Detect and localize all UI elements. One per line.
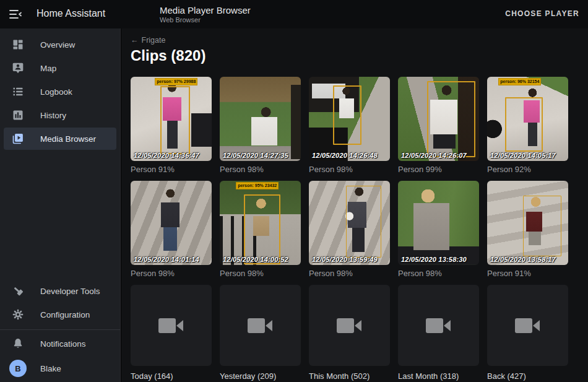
clip-item[interactable]: 12/05/2020 14:27:35 Person 98%: [220, 77, 301, 174]
detection-box: [523, 196, 561, 256]
clip-thumbnail[interactable]: 12/05/2020 13:58:30: [398, 181, 479, 265]
clip-thumbnail[interactable]: 12/05/2020 14:27:35: [220, 77, 301, 161]
sidebar-item-label: Notifications: [40, 339, 86, 349]
back-label: Frigate: [142, 36, 166, 45]
map-account-icon: [11, 61, 25, 75]
top-app-bar: Home Assistant Media Player Browser Web …: [0, 0, 588, 28]
folder-tile[interactable]: [487, 285, 568, 366]
sidebar-item-label: Media Browser: [40, 134, 96, 144]
clip-timestamp: 12/05/2020 14:05:17: [490, 152, 556, 159]
clip-item[interactable]: 12/05/2020 14:26:48 Person 98%: [309, 77, 390, 174]
clip-timestamp: 12/05/2020 13:58:17: [490, 256, 556, 263]
folder-tile[interactable]: [398, 285, 479, 366]
clip-caption: Person 98%: [398, 269, 479, 278]
clip-timestamp: 12/05/2020 14:01:14: [134, 256, 199, 263]
video-camera-icon: [514, 315, 542, 336]
clip-thumbnail[interactable]: 12/05/2020 14:26:48: [309, 77, 390, 161]
detection-box: [427, 81, 475, 158]
clip-timestamp: 12/05/2020 13:58:30: [401, 256, 467, 263]
sidebar-user-profile[interactable]: B Blake: [4, 356, 116, 381]
sidebar-item-overview[interactable]: Overview: [4, 33, 116, 56]
view-dashboard-icon: [11, 38, 25, 51]
detection-box: [346, 186, 381, 258]
video-camera-icon: [425, 315, 453, 336]
folder-label: This Month (502): [309, 371, 390, 381]
clip-item[interactable]: person: 95% 23432 12/05/2020 14:00:52 Pe…: [220, 181, 301, 278]
clip-timestamp: 12/05/2020 13:59:49: [312, 256, 378, 263]
detection-box: [505, 97, 543, 152]
clip-item[interactable]: 12/05/2020 13:59:49 Person 98%: [309, 181, 390, 278]
detection-label: person: 96% 32154: [498, 78, 541, 85]
folder-label: Back (427): [487, 371, 568, 381]
clip-caption: Person 91%: [487, 269, 568, 278]
sidebar-item-logbook[interactable]: Logbook: [4, 80, 116, 103]
play-box-multiple-icon: [11, 132, 25, 145]
sidebar: Overview Map Logbook: [0, 28, 121, 382]
clip-timestamp: 12/05/2020 14:26:07: [401, 152, 467, 159]
clip-thumbnail[interactable]: person: 97% 29988 12/05/2020 14:36:47: [131, 77, 212, 161]
app-name: Home Assistant: [37, 8, 105, 19]
folder-tile[interactable]: [131, 285, 212, 366]
page-title: Clips (820): [131, 47, 205, 64]
clip-caption: Person 98%: [220, 165, 301, 174]
clip-timestamp: 12/05/2020 14:27:35: [223, 152, 288, 159]
clip-thumbnail[interactable]: person: 95% 23432 12/05/2020 14:00:52: [220, 181, 301, 265]
clip-thumbnail[interactable]: 12/05/2020 13:59:49: [309, 181, 390, 265]
video-camera-icon: [246, 315, 275, 336]
clip-item[interactable]: 12/05/2020 14:01:14 Person 98%: [131, 181, 212, 278]
folder-label: Today (164): [131, 371, 212, 381]
folder-tile[interactable]: [309, 285, 390, 366]
detection-label: person: 95% 23432: [236, 182, 279, 189]
clip-item[interactable]: person: 97% 29988 12/05/2020 14:36:47 Pe…: [131, 77, 212, 174]
folder-tile[interactable]: [220, 285, 301, 366]
sidebar-item-label: Configuration: [40, 310, 90, 319]
clip-thumbnail[interactable]: person: 96% 32154 12/05/2020 14:05:17: [487, 77, 568, 161]
folder-item-this-month[interactable]: This Month (502): [309, 285, 390, 381]
media-player-subtitle: Web Browser: [160, 16, 251, 24]
sidebar-item-label: Map: [40, 64, 56, 73]
sidebar-item-label: History: [40, 111, 66, 120]
choose-player-button[interactable]: CHOOSE PLAYER: [505, 9, 579, 18]
clip-timestamp: 12/05/2020 14:36:47: [134, 152, 199, 159]
sidebar-item-notifications[interactable]: Notifications: [4, 332, 116, 355]
back-breadcrumb[interactable]: ←Frigate: [131, 36, 165, 45]
menu-open-icon[interactable]: [9, 8, 22, 20]
clip-thumbnail[interactable]: 12/05/2020 14:26:07: [398, 77, 479, 161]
clip-item[interactable]: 12/05/2020 13:58:17 Person 91%: [487, 181, 568, 278]
sidebar-item-map[interactable]: Map: [4, 57, 116, 79]
clip-timestamp: 12/05/2020 14:26:48: [312, 152, 378, 159]
clip-caption: Person 91%: [131, 165, 212, 174]
clip-caption: Person 98%: [220, 269, 301, 278]
clip-caption: Person 98%: [309, 165, 390, 174]
clip-thumbnail[interactable]: 12/05/2020 14:01:14: [131, 181, 212, 265]
sidebar-item-history[interactable]: History: [4, 104, 116, 126]
clip-thumbnail[interactable]: 12/05/2020 13:58:17: [487, 181, 568, 265]
clips-grid: person: 97% 29988 12/05/2020 14:36:47 Pe…: [131, 77, 568, 381]
detection-box: [244, 194, 280, 264]
detection-box: [333, 85, 361, 145]
hammer-icon: [11, 284, 25, 298]
page-header: Media Player Browser Web Browser: [160, 4, 251, 24]
video-camera-icon: [335, 315, 364, 336]
sidebar-item-media-browser[interactable]: Media Browser: [4, 128, 116, 150]
clip-caption: Person 98%: [309, 269, 390, 278]
gear-icon: [11, 308, 25, 321]
back-arrow-icon: ←: [131, 36, 139, 45]
folder-item-last-month[interactable]: Last Month (318): [398, 285, 479, 381]
folder-item-today[interactable]: Today (164): [131, 285, 212, 381]
sidebar-item-configuration[interactable]: Configuration: [4, 303, 116, 326]
avatar: B: [9, 360, 27, 377]
folder-label: Last Month (318): [398, 371, 479, 381]
folder-item-back[interactable]: Back (427): [487, 285, 568, 381]
clip-item[interactable]: 12/05/2020 14:26:07 Person 99%: [398, 77, 479, 174]
sidebar-item-developer-tools[interactable]: Developer Tools: [4, 280, 116, 302]
clip-item[interactable]: person: 96% 32154 12/05/2020 14:05:17 Pe…: [487, 77, 568, 174]
list-bulleted-icon: [11, 85, 25, 98]
folder-item-yesterday[interactable]: Yesterday (209): [220, 285, 301, 381]
video-camera-icon: [157, 315, 186, 336]
bell-icon: [11, 337, 25, 350]
clip-item[interactable]: 12/05/2020 13:58:30 Person 98%: [398, 181, 479, 278]
sidebar-item-label: Logbook: [40, 87, 72, 97]
sidebar-item-label: Developer Tools: [40, 287, 100, 296]
sidebar-divider: [0, 329, 120, 330]
